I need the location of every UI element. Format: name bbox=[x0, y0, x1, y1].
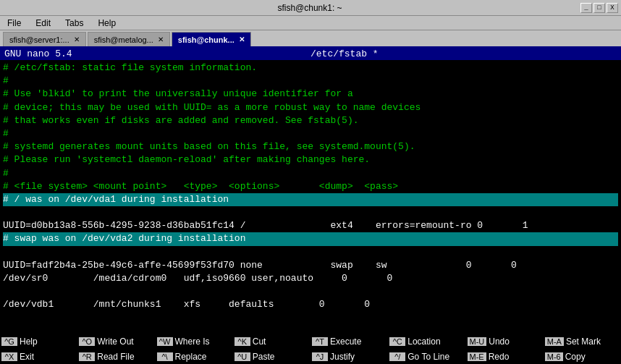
shortcut-key: ^U bbox=[235, 352, 250, 361]
shortcut-item: ^JJustify bbox=[310, 349, 388, 364]
shortcut-key: ^\ bbox=[157, 352, 173, 361]
editor-line: # device; this may be used with UUID= as… bbox=[3, 102, 421, 113]
editor-line: # /etc/fstab: static file system informa… bbox=[3, 62, 257, 73]
shortcut-item: M-UUndo bbox=[466, 334, 544, 349]
shortcut-key: ^O bbox=[79, 337, 95, 346]
shortcut-label: Exit bbox=[20, 352, 34, 362]
tabbar: sfish@server1:...✕sfish@metalog...✕sfish… bbox=[0, 30, 621, 48]
shortcut-key: M-E bbox=[468, 352, 486, 361]
shortcut-row-1: ^GHelp^OWrite Out^WWhere Is^KCut^TExecut… bbox=[0, 334, 621, 349]
tab-close-icon[interactable]: ✕ bbox=[158, 35, 164, 43]
shortcut-label: Where Is bbox=[175, 337, 210, 347]
shortcut-item: ^XExit bbox=[0, 349, 77, 364]
shortcut-label: Set Mark bbox=[566, 337, 601, 347]
shortcut-key: ^K bbox=[235, 337, 250, 346]
editor-line: # swap was on /dev/vda2 during installat… bbox=[3, 232, 618, 245]
shortcut-label: Help bbox=[20, 337, 38, 347]
shortcut-label: Justify bbox=[330, 352, 355, 362]
shortcut-label: Copy bbox=[565, 352, 586, 362]
shortcut-label: Write Out bbox=[97, 337, 133, 347]
shortcut-item: ^CLocation bbox=[388, 334, 465, 349]
shortcut-label: Redo bbox=[489, 352, 510, 362]
editor-line: # Please run 'systemctl daemon-reload' a… bbox=[3, 154, 370, 165]
tab-close-icon[interactable]: ✕ bbox=[239, 35, 245, 43]
maximize-button[interactable]: □ bbox=[593, 3, 605, 13]
shortcut-key: ^R bbox=[79, 352, 95, 361]
nano-header: GNU nano 5.4 /etc/fstab * bbox=[0, 48, 621, 60]
shortcut-key: ^C bbox=[389, 337, 405, 346]
shortcut-key: ^G bbox=[1, 337, 17, 346]
menubar: FileEditTabsHelp bbox=[0, 16, 621, 30]
shortcut-bar: ^GHelp^OWrite Out^WWhere Is^KCut^TExecut… bbox=[0, 334, 621, 364]
shortcut-item: ^GHelp bbox=[0, 334, 77, 349]
minimize-button[interactable]: _ bbox=[580, 3, 592, 13]
shortcut-item: ^OWrite Out bbox=[77, 334, 155, 349]
shortcut-item: ^/Go To Line bbox=[388, 349, 465, 364]
tab-sfish-server1----[interactable]: sfish@server1:...✕ bbox=[3, 32, 86, 46]
tab-close-icon[interactable]: ✕ bbox=[74, 35, 80, 43]
shortcut-key: ^T bbox=[312, 337, 328, 346]
shortcut-item: ^RRead File bbox=[77, 349, 155, 364]
editor-line: # bbox=[3, 128, 9, 139]
shortcut-row-2: ^XExit^RRead File^\Replace^UPaste^JJusti… bbox=[0, 349, 621, 364]
editor-line: # Use 'blkid' to print the universally u… bbox=[3, 88, 353, 99]
titlebar-title: sfish@chunk1: ~ bbox=[39, 3, 580, 13]
shortcut-label: Location bbox=[407, 337, 440, 347]
shortcut-item: ^UPaste bbox=[233, 349, 310, 364]
editor-line: # / was on /dev/vda1 during installation bbox=[3, 193, 618, 206]
nano-version: GNU nano 5.4 bbox=[4, 48, 72, 59]
shortcut-label: Paste bbox=[253, 352, 275, 362]
shortcut-key: ^J bbox=[312, 352, 328, 361]
close-button[interactable]: X bbox=[607, 3, 618, 13]
editor-line: # bbox=[3, 75, 9, 86]
shortcut-key: ^/ bbox=[389, 352, 405, 361]
shortcut-item: ^TExecute bbox=[310, 334, 388, 349]
shortcut-item: ^KCut bbox=[233, 334, 310, 349]
menu-item-tabs[interactable]: Tabs bbox=[61, 17, 88, 29]
nano-filename: /etc/fstab * bbox=[310, 48, 379, 59]
shortcut-item: ^WWhere Is bbox=[156, 334, 233, 349]
shortcut-label: Read File bbox=[97, 352, 134, 362]
shortcut-label: Replace bbox=[175, 352, 207, 362]
tab-sfish-chunk---[interactable]: sfish@chunk...✕ bbox=[172, 32, 251, 46]
tab-sfish-metalog---[interactable]: sfish@metalog...✕ bbox=[88, 32, 170, 46]
menu-item-edit[interactable]: Edit bbox=[31, 17, 55, 29]
editor-line: # that works even if disks are added and… bbox=[3, 115, 358, 126]
shortcut-item: M-ASet Mark bbox=[544, 334, 621, 349]
editor-line: UUID=fadf2b4a-25be-49c6-affe-45699f53fd7… bbox=[3, 260, 517, 271]
editor-line: UUID=d0bb13a8-556b-4295-9238-d36bab51fc1… bbox=[3, 220, 528, 231]
shortcut-key: M-U bbox=[468, 337, 487, 346]
shortcut-item: ^\Replace bbox=[156, 349, 233, 364]
editor-line: /dev/sr0 /media/cdrom0 udf,iso9660 user,… bbox=[3, 273, 392, 284]
shortcut-key: M-6 bbox=[545, 352, 563, 361]
editor-line: # <file system> <mount point> <type> <op… bbox=[3, 181, 398, 192]
shortcut-label: Undo bbox=[489, 337, 510, 347]
titlebar: sfish@chunk1: ~ _ □ X bbox=[0, 0, 621, 16]
menu-item-help[interactable]: Help bbox=[93, 17, 120, 29]
shortcut-label: Go To Line bbox=[407, 352, 449, 362]
shortcut-key: M-A bbox=[545, 337, 564, 346]
editor-line: # systemd generates mount units based on… bbox=[3, 141, 415, 152]
shortcut-label: Execute bbox=[330, 337, 361, 347]
shortcut-key: ^W bbox=[157, 337, 173, 346]
shortcut-item: M-ERedo bbox=[466, 349, 544, 364]
editor-line: /dev/vdb1 /mnt/chunks1 xfs defaults 0 0 bbox=[3, 299, 370, 310]
editor-line: # bbox=[3, 168, 9, 179]
menu-item-file[interactable]: File bbox=[3, 17, 25, 29]
editor[interactable]: # /etc/fstab: static file system informa… bbox=[0, 60, 621, 331]
titlebar-controls[interactable]: _ □ X bbox=[580, 3, 618, 13]
shortcut-key: ^X bbox=[1, 352, 17, 361]
shortcut-label: Cut bbox=[253, 337, 266, 347]
shortcut-item: M-6Copy bbox=[544, 349, 621, 364]
